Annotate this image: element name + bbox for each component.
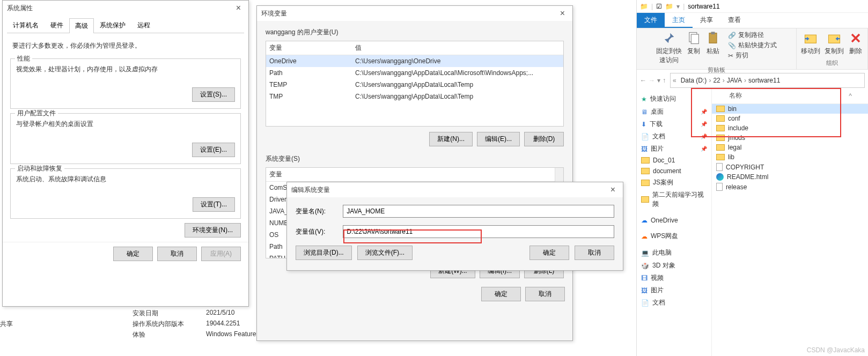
- copy-path-button[interactable]: 🔗复制路径: [728, 31, 777, 40]
- profile-settings-button[interactable]: 设置(E)...: [192, 143, 235, 157]
- sort-indicator-icon[interactable]: ^: [833, 92, 868, 100]
- qat-sep: |: [651, 3, 653, 10]
- history-icon[interactable]: ▾: [657, 77, 660, 84]
- perf-text: 视觉效果，处理器计划，内存使用，以及虚拟内存: [16, 64, 235, 75]
- browse-dir-button[interactable]: 浏览目录(D)...: [296, 246, 352, 260]
- titlebar[interactable]: 编辑系统变量 ×: [287, 182, 623, 197]
- back-icon[interactable]: ←: [640, 77, 646, 84]
- up-icon[interactable]: ↑: [663, 77, 666, 84]
- nav-doc01[interactable]: Doc_01: [639, 155, 709, 166]
- tab-hardware[interactable]: 硬件: [45, 18, 69, 33]
- nav-js[interactable]: JS案例: [639, 176, 709, 189]
- folder-icon: [716, 125, 725, 131]
- nav-onedrive[interactable]: ☁OneDrive: [639, 214, 709, 226]
- col-name[interactable]: 名称: [725, 88, 746, 103]
- browse-file-button[interactable]: 浏览文件(F)...: [357, 246, 413, 260]
- user-new-button[interactable]: 新建(N)...: [429, 132, 473, 146]
- col-var[interactable]: 变量: [266, 168, 352, 181]
- var-name-input[interactable]: [343, 205, 614, 218]
- env-vars-button[interactable]: 环境变量(N)...: [185, 223, 241, 238]
- list-item[interactable]: README.html: [712, 172, 868, 182]
- list-item[interactable]: bin: [712, 104, 868, 114]
- nav-pics2[interactable]: 🖼图片: [639, 284, 709, 296]
- close-icon[interactable]: ×: [607, 185, 619, 195]
- list-item[interactable]: include: [712, 123, 868, 133]
- tab-sysprotect[interactable]: 系统保护: [94, 18, 131, 33]
- titlebar[interactable]: 环境变量 ×: [257, 6, 572, 21]
- chevron-down-icon[interactable]: ▾: [676, 3, 680, 10]
- cancel-button[interactable]: 取消: [157, 247, 197, 261]
- nav-thispc[interactable]: 💻此电脑: [639, 246, 709, 259]
- apply-button[interactable]: 应用(A): [201, 247, 241, 261]
- tab-computer-name[interactable]: 计算机名: [7, 18, 45, 33]
- pin-button[interactable]: 固定到快 速访问: [656, 31, 682, 65]
- breadcrumb[interactable]: « Data (D:)› 22› JAVA› sortware11: [670, 73, 865, 88]
- nav-document[interactable]: document: [639, 166, 709, 176]
- close-icon[interactable]: ×: [557, 9, 568, 18]
- nav-quick-access[interactable]: ★快速访问: [639, 92, 709, 106]
- chevron-left-icon[interactable]: «: [673, 77, 676, 84]
- nav-downloads[interactable]: ⬇下载📌: [639, 118, 709, 130]
- user-vars-table[interactable]: 变量 值 OneDriveC:\Users\wanggang\OneDrive …: [266, 41, 564, 127]
- titlebar[interactable]: 系统属性 ×: [3, 1, 248, 16]
- list-item[interactable]: release: [712, 182, 868, 192]
- crumb[interactable]: sortware11: [746, 77, 782, 84]
- crumb[interactable]: 22: [711, 77, 722, 84]
- perf-settings-button[interactable]: 设置(S)...: [192, 87, 235, 102]
- nav-wps[interactable]: ☁WPS网盘: [639, 229, 709, 243]
- table-row[interactable]: TMPC:\Users\wanggang\AppData\Local\Temp: [266, 91, 563, 102]
- list-item[interactable]: legal: [712, 143, 868, 152]
- nav-pictures[interactable]: 🖼图片📌: [639, 143, 709, 155]
- group-organize-label: 组织: [826, 59, 838, 67]
- startup-settings-button[interactable]: 设置(T)...: [193, 197, 235, 212]
- nav-docs2[interactable]: 📄文档: [639, 296, 709, 309]
- checkbox-icon[interactable]: ☑: [656, 3, 662, 10]
- ok-button[interactable]: 确定: [529, 246, 569, 260]
- var-value-input[interactable]: [343, 225, 614, 238]
- nav-pane[interactable]: ★快速访问 🖥桌面📌 ⬇下载📌 📄文档📌 🖼图片📌 Doc_01 documen…: [637, 88, 712, 356]
- tab-view[interactable]: 查看: [720, 13, 748, 28]
- tab-home[interactable]: 主页: [665, 13, 693, 28]
- close-icon[interactable]: ×: [233, 3, 244, 13]
- crumb[interactable]: JAVA: [725, 77, 744, 84]
- cancel-button[interactable]: 取消: [575, 246, 614, 260]
- tab-advanced[interactable]: 高级: [69, 18, 94, 33]
- copy-button[interactable]: 复制: [686, 31, 701, 56]
- tab-share[interactable]: 共享: [693, 13, 720, 28]
- nav-desktop[interactable]: 🖥桌面📌: [639, 106, 709, 118]
- tab-remote[interactable]: 远程: [131, 18, 156, 33]
- file-list-header[interactable]: 名称 ^: [712, 88, 868, 104]
- table-row[interactable]: OneDriveC:\Users\wanggang\OneDrive: [266, 55, 563, 67]
- sysprop-tabs: 计算机名 硬件 高级 系统保护 远程: [7, 18, 244, 33]
- nav-documents[interactable]: 📄文档📌: [639, 130, 709, 143]
- cancel-button[interactable]: 取消: [525, 287, 565, 301]
- file-icon: [716, 163, 723, 171]
- ok-button[interactable]: 确定: [481, 287, 521, 301]
- cut-button[interactable]: ✂剪切: [728, 51, 777, 60]
- paste-shortcut-button[interactable]: 📎粘贴快捷方式: [728, 41, 777, 50]
- delete-button[interactable]: 删除: [848, 31, 863, 56]
- list-item[interactable]: lib: [712, 152, 868, 162]
- nav-video[interactable]: 🎞视频: [639, 272, 709, 284]
- ok-button[interactable]: 确定: [113, 247, 153, 261]
- table-row[interactable]: TEMPC:\Users\wanggang\AppData\Local\Temp: [266, 79, 563, 91]
- nav-study[interactable]: 第二天前端学习视频: [639, 189, 709, 210]
- forward-icon[interactable]: →: [649, 77, 655, 84]
- col-val[interactable]: 值: [352, 41, 563, 55]
- list-item[interactable]: jmods: [712, 133, 868, 143]
- copy-to-button[interactable]: 复制到: [825, 31, 844, 56]
- file-pane[interactable]: 名称 ^ bin conf include jmods legal lib CO…: [712, 88, 868, 356]
- tab-file[interactable]: 文件: [637, 13, 665, 28]
- move-to-button[interactable]: 移动到: [801, 31, 820, 56]
- table-row[interactable]: PathC:\Users\wanggang\AppData\Local\Micr…: [266, 67, 563, 79]
- user-delete-button[interactable]: 删除(D): [524, 132, 564, 146]
- col-var[interactable]: 变量: [266, 41, 352, 55]
- svg-rect-1: [691, 34, 698, 44]
- paste-button[interactable]: 粘贴: [705, 31, 720, 56]
- nav-3d[interactable]: 🎲3D 对象: [639, 259, 709, 272]
- user-edit-button[interactable]: 编辑(E)...: [477, 132, 520, 146]
- group-profile: 用户配置文件 与登录帐户相关的桌面设置 设置(E)...: [10, 113, 241, 164]
- crumb[interactable]: Data (D:): [679, 77, 709, 84]
- list-item[interactable]: conf: [712, 114, 868, 123]
- list-item[interactable]: COPYRIGHT: [712, 162, 868, 172]
